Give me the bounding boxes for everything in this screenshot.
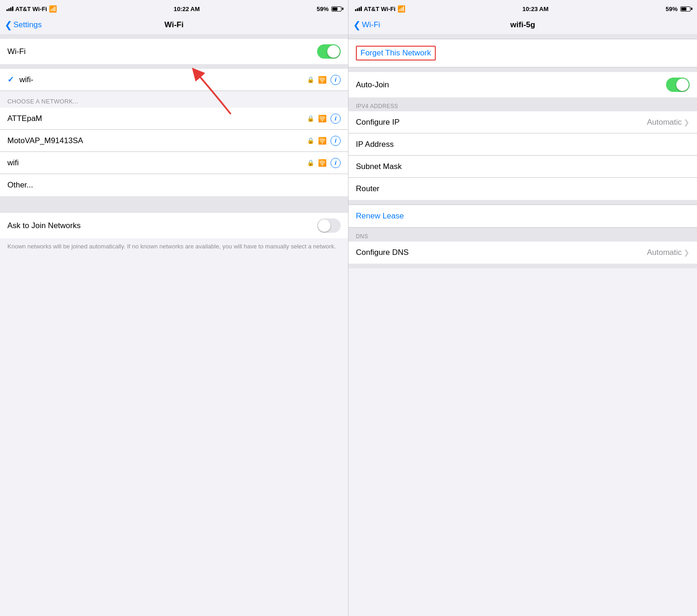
left-panel: AT&T Wi-Fi 📶 10:22 AM 59% ❮ Settings Wi-…	[0, 0, 348, 616]
checkmark-icon: ✓	[7, 75, 14, 85]
ip-address-label: IP Address	[356, 140, 394, 149]
right-top-gap	[348, 34, 697, 39]
forget-network-container: Forget This Network	[348, 39, 697, 67]
wifi-toggle-group: Wi-Fi	[0, 39, 348, 64]
wifi-icon-2: 🛜	[318, 159, 327, 167]
left-time: 10:22 AM	[174, 6, 200, 12]
left-status-bar: AT&T Wi-Fi 📶 10:22 AM 59%	[0, 0, 348, 17]
bar4	[12, 6, 13, 11]
network-name-2: wifi	[7, 158, 19, 168]
configure-ip-value-container: Automatic ❯	[647, 118, 690, 127]
choose-network-label: CHOOSE A NETWORK...	[7, 98, 78, 105]
network-row-2[interactable]: wifi 🔒 🛜 i	[0, 152, 348, 174]
info-button[interactable]: i	[330, 75, 341, 85]
back-to-wifi-button[interactable]: ❮ Wi-Fi	[353, 20, 380, 30]
right-panel: AT&T Wi-Fi 📶 10:23 AM 59% ❮ Wi-Fi wifi-5…	[348, 0, 697, 616]
wifi-icon-0: 🛜	[318, 115, 327, 123]
right-back-label: Wi-Fi	[362, 20, 380, 30]
network-row-right-0: 🔒 🛜 i	[307, 114, 341, 124]
bar1	[6, 9, 8, 11]
auto-join-toggle[interactable]	[666, 78, 690, 92]
connected-network-name: wifi-	[19, 75, 303, 85]
ask-join-label: Ask to Join Networks	[7, 221, 81, 230]
dns-header-label: DNS	[356, 233, 368, 240]
info-btn-1[interactable]: i	[330, 136, 341, 146]
configure-ip-row[interactable]: Configure IP Automatic ❯	[348, 111, 697, 133]
dns-rows-group: Configure DNS Automatic ❯	[348, 242, 697, 264]
router-label: Router	[356, 184, 379, 193]
auto-join-row: Auto-Join	[348, 72, 697, 97]
bar2	[8, 8, 10, 11]
left-carrier: AT&T Wi-Fi	[15, 6, 47, 12]
top-gap	[0, 34, 348, 39]
configure-dns-row[interactable]: Configure DNS Automatic ❯	[348, 242, 697, 264]
wifi-label: Wi-Fi	[7, 47, 26, 56]
network-row-right-2: 🔒 🛜 i	[307, 158, 341, 168]
configure-dns-chevron: ❯	[684, 248, 690, 257]
gap2	[0, 64, 348, 69]
network-name-0: ATTEpaM	[7, 114, 42, 123]
auto-join-thumb	[676, 79, 689, 91]
right-carrier: AT&T Wi-Fi	[364, 6, 396, 12]
subnet-mask-label: Subnet Mask	[356, 162, 402, 171]
right-battery-fill	[681, 7, 686, 11]
right-battery-pct: 59%	[666, 6, 678, 12]
configure-dns-value-container: Automatic ❯	[647, 248, 690, 257]
left-battery-pct: 59%	[317, 6, 329, 12]
left-status-right: 59%	[317, 6, 342, 12]
other-network-label: Other...	[7, 181, 33, 190]
ip-address-row: IP Address	[348, 133, 697, 156]
right-wifi-status-icon: 📶	[397, 5, 405, 12]
right-status-right: 59%	[666, 6, 691, 12]
right-nav-title: wifi-5g	[511, 20, 535, 30]
other-network-row[interactable]: Other...	[0, 174, 348, 196]
battery-icon	[331, 6, 342, 12]
forget-network-button[interactable]: Forget This Network	[356, 46, 436, 60]
network-row-0[interactable]: ATTEpaM 🔒 🛜 i	[0, 108, 348, 130]
left-status-left: AT&T Wi-Fi 📶	[6, 5, 57, 12]
wifi-icon-1: 🛜	[318, 137, 327, 145]
connected-row-right: 🔒 🛜 i	[307, 75, 341, 85]
network-row-1[interactable]: MotoVAP_M91413SA 🔒 🛜 i	[0, 130, 348, 152]
wifi-status-icon: 📶	[49, 5, 57, 12]
dns-header-container: DNS	[348, 228, 697, 242]
connected-network-group: ✓ wifi- 🔒 🛜 i	[0, 69, 348, 91]
ask-join-toggle[interactable]	[317, 218, 341, 233]
network-list: ATTEpaM 🔒 🛜 i MotoVAP_M91413SA 🔒 🛜 i wif…	[0, 108, 348, 196]
ipv4-header-label: IPV4 ADDRESS	[356, 103, 398, 109]
subnet-mask-row: Subnet Mask	[348, 156, 697, 178]
right-time: 10:23 AM	[523, 6, 549, 12]
back-to-settings-button[interactable]: ❮ Settings	[5, 20, 42, 30]
wifi-toggle[interactable]	[317, 44, 341, 59]
configure-ip-label: Configure IP	[356, 118, 400, 127]
right-back-chevron-icon: ❮	[353, 20, 361, 30]
right-signal-bars	[355, 6, 362, 11]
network-row-right-1: 🔒 🛜 i	[307, 136, 341, 146]
ipv4-header-container: IPV4 ADDRESS	[348, 97, 697, 111]
signal-bars-icon	[6, 6, 13, 11]
ip-rows-group: Configure IP Automatic ❯ IP Address Subn…	[348, 111, 697, 200]
right-bottom-gap	[348, 264, 697, 268]
right-status-left: AT&T Wi-Fi 📶	[355, 5, 405, 12]
info-btn-2[interactable]: i	[330, 158, 341, 168]
lock-icon-0: 🔒	[307, 115, 314, 122]
gap3	[0, 196, 348, 213]
auto-join-group: Auto-Join	[348, 72, 697, 97]
configure-dns-value: Automatic	[647, 248, 682, 257]
configure-ip-value: Automatic	[647, 118, 682, 127]
footer-content: Known networks will be joined automatica…	[7, 243, 336, 250]
left-nav-title: Wi-Fi	[164, 20, 183, 30]
ask-join-row: Ask to Join Networks	[0, 213, 348, 238]
right-status-bar: AT&T Wi-Fi 📶 10:23 AM 59%	[348, 0, 697, 17]
renew-gap-top	[348, 200, 697, 205]
connected-network-row[interactable]: ✓ wifi- 🔒 🛜 i	[0, 69, 348, 91]
renew-lease-button[interactable]: Renew Lease	[356, 211, 404, 220]
right-nav-bar: ❮ Wi-Fi wifi-5g	[348, 17, 697, 34]
back-label: Settings	[13, 20, 42, 30]
auto-join-label: Auto-Join	[356, 80, 389, 90]
right-gap2	[348, 67, 697, 72]
wifi-strength-icon: 🛜	[318, 76, 327, 84]
configure-ip-chevron: ❯	[684, 118, 690, 127]
info-btn-0[interactable]: i	[330, 114, 341, 124]
wifi-footer-text: Known networks will be joined automatica…	[0, 238, 348, 255]
